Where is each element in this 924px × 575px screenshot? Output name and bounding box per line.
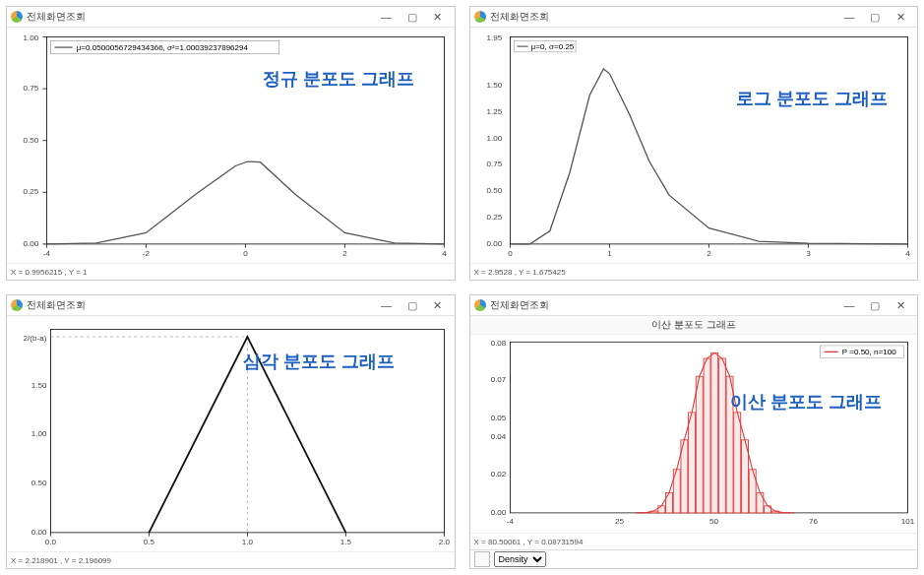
close-button[interactable]: ✕ [425,8,451,26]
toolbar: Density [470,549,918,568]
overlay-label: 삼각 분포도 그래프 [243,350,395,373]
x-tick: 0.5 [144,539,155,547]
y-tick: 0.25 [486,213,502,222]
app-icon [474,11,486,23]
y-tick: 0.00 [31,528,47,537]
svg-rect-34 [696,376,703,513]
legend-text: μ=0, σ=0.25 [530,42,574,51]
status-bar: X = 80.50061 , Y = 0.08731594 [470,533,918,549]
close-button[interactable]: ✕ [888,8,913,26]
table-icon[interactable] [474,551,490,567]
legend-text: P =0.50, n=100 [841,348,895,356]
x-tick: 1 [607,250,611,259]
plot-area[interactable]: 0.0 0.5 1.0 1.5 2.0 0.00 0.50 1.00 1.50 … [7,316,455,551]
svg-rect-42 [756,492,763,512]
y-tick: 0.05 [490,414,506,422]
app-icon [474,299,486,311]
normal-curve [46,161,444,244]
y-tick: 0.00 [24,239,39,248]
x-tick: 4 [905,250,910,259]
app-icon [11,299,23,311]
y-tick: 0.02 [490,471,506,479]
window-title: 전체화면조회 [490,10,549,24]
window-lognormal: 전체화면조회 — ▢ ✕ 0 1 [469,6,919,281]
binomial-bars [635,352,793,513]
maximize-button[interactable]: ▢ [400,296,425,314]
y-tick: 0.50 [486,186,502,195]
minimize-button[interactable]: — [374,8,400,26]
overlay-label: 로그 분포도 그래프 [736,87,888,110]
y-tick-peak: 2/(b-a) [24,334,47,343]
chart-title: 이산 분포도 그래프 [470,316,918,335]
svg-rect-36 [710,352,717,513]
x-tick: 0 [508,250,513,259]
x-tick: 0 [243,250,248,259]
minimize-button[interactable]: — [836,8,862,26]
y-tick: 1.00 [31,430,47,439]
x-tick: 101 [900,517,913,526]
maximize-button[interactable]: ▢ [862,296,888,314]
legend-text: μ=0.0500056729434366, σ²=1.0003923789629… [77,43,249,52]
maximize-button[interactable]: ▢ [862,8,888,26]
svg-rect-12 [510,37,907,244]
window-normal: 전체화면조회 — ▢ ✕ -4 [6,6,456,281]
y-tick: 1.25 [486,107,502,116]
y-tick: 0.07 [490,376,506,385]
y-tick: 1.00 [24,34,39,43]
close-button[interactable]: ✕ [888,296,913,314]
overlay-label: 정규 분포도 그래프 [263,67,414,91]
plot-area[interactable]: 0 1 2 3 4 0.00 0.25 0.50 0.75 1.00 1.25 … [470,28,918,263]
titlebar[interactable]: 전체화면조회 — ▢ ✕ [7,295,455,316]
y-tick: 0.08 [490,339,506,348]
status-bar: X = 2.218901 , Y = 2.196099 [7,551,455,568]
titlebar[interactable]: 전체화면조회 — ▢ ✕ [470,295,918,316]
status-bar: X = 0.9956215 , Y = 1 [7,263,455,280]
x-tick: -2 [143,250,150,259]
window-grid: 전체화면조회 — ▢ ✕ -4 [0,0,924,575]
x-tick: 2.0 [439,539,451,547]
status-text: X = 80.50061 , Y = 0.08731594 [474,538,584,546]
window-title: 전체화면조회 [27,10,86,24]
window-title: 전체화면조회 [27,298,86,312]
titlebar[interactable]: 전체화면조회 — ▢ ✕ [470,7,918,28]
y-tick: 1.50 [486,81,502,90]
status-text: X = 2.218901 , Y = 2.196099 [11,556,111,565]
y-tick: 0.75 [486,160,502,169]
titlebar[interactable]: 전체화면조회 — ▢ ✕ [7,7,455,28]
status-text: X = 2.9528 , Y = 1.675425 [474,268,566,277]
minimize-button[interactable]: — [374,296,400,314]
minimize-button[interactable]: — [836,296,862,314]
y-tick: 1.50 [31,381,47,390]
y-tick: 0.50 [31,479,47,487]
overlay-label: 이산 분포도 그래프 [730,390,882,414]
window-triangular: 전체화면조회 — ▢ ✕ 0.0 0.5 [6,294,456,569]
status-text: X = 0.9956215 , Y = 1 [11,268,88,277]
status-bar: X = 2.9528 , Y = 1.675425 [470,263,918,280]
x-tick: 2 [342,250,346,259]
y-tick: 0.75 [24,84,39,93]
mode-select[interactable]: Density [494,551,546,567]
x-tick: 25 [615,517,624,526]
plot-area[interactable]: -4 25 50 76 101 0.00 0.02 0.04 0.05 0.07… [470,335,918,533]
close-button[interactable]: ✕ [425,296,451,314]
x-tick: 2 [707,250,710,259]
x-tick: -4 [506,517,514,526]
x-tick: 1.0 [242,539,254,547]
svg-rect-37 [718,358,725,513]
app-icon [11,11,23,23]
x-tick: 76 [808,517,817,526]
y-tick: 0.50 [24,136,39,145]
svg-rect-39 [733,413,740,513]
y-tick: 1.95 [486,34,502,43]
x-tick: -4 [43,250,51,259]
y-tick: 0.00 [490,508,506,517]
y-tick: 0.25 [24,187,39,196]
window-discrete: 전체화면조회 — ▢ ✕ 이산 분포도 그래프 -4 25 50 76 101 … [469,294,919,569]
y-tick: 0.00 [486,239,502,248]
y-tick: 0.04 [490,432,506,441]
x-tick: 0.0 [45,539,57,547]
maximize-button[interactable]: ▢ [400,8,425,26]
plot-area[interactable]: -4 -2 0 2 4 0.00 0.25 0.50 [7,28,455,263]
window-title: 전체화면조회 [490,298,549,312]
x-tick: 1.5 [340,539,352,547]
